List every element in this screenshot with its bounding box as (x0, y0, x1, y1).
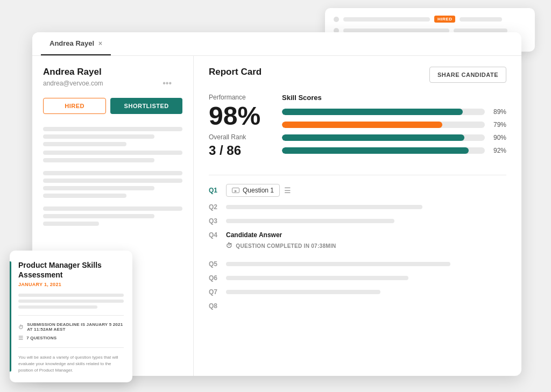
hired-button[interactable]: HIRED (43, 98, 106, 114)
q1-label: Q1 (209, 187, 220, 194)
metrics-section: Performance 98% Overall Rank 3 / 86 Skil… (209, 94, 506, 160)
question-row-q3: Q3 (209, 217, 506, 225)
skel-2 (43, 134, 154, 139)
q2-content (226, 205, 506, 209)
q8-label: Q8 (209, 302, 220, 310)
q1-pill[interactable]: Question 1 (226, 184, 280, 197)
video-pill-icon (232, 188, 239, 193)
question-row-q5: Q5 (209, 260, 506, 268)
candidate-answer-label: Candidate Answer (226, 231, 506, 239)
q4-label: Q4 (209, 231, 220, 239)
candidate-answer-time: ⏱ QUESTION COMPLETED IN 07:38MIN (226, 242, 506, 250)
question-row-q2: Q2 (209, 203, 506, 211)
q6-content (226, 276, 506, 280)
skill-scores-title: Skill Scores (282, 94, 506, 102)
teal-accent-bar (10, 261, 11, 372)
skill-pct-3: 90% (489, 134, 506, 141)
ac-divider-2 (18, 347, 124, 348)
q7-content (226, 290, 506, 294)
more-options-icon[interactable]: ••• (163, 79, 172, 88)
bg-circle-1 (334, 17, 339, 22)
skill-fill-4 (282, 147, 469, 154)
rank-value: 3 / 86 (209, 143, 260, 158)
tab-label: Andrea Rayel (50, 39, 94, 47)
list-icon: ☰ (284, 186, 291, 195)
candidate-name: Andrea Rayel (43, 67, 182, 77)
assessment-card: Product Manager Skills Assessment JANUAR… (10, 251, 132, 382)
skel-1 (43, 127, 182, 131)
ac-description: You will be asked a variety of question … (18, 354, 124, 374)
ac-skel-3 (18, 305, 97, 309)
skill-fill-3 (282, 134, 464, 141)
question-row-q1: Q1 Question 1 ☰ (209, 184, 506, 197)
skill-track-3 (282, 134, 485, 141)
skill-pct-4: 92% (489, 147, 506, 154)
skel-11 (43, 214, 154, 218)
assessment-title: Product Manager Skills Assessment (18, 260, 124, 280)
q2-skel (226, 205, 422, 209)
bg-line-1 (343, 17, 430, 22)
q3-label: Q3 (209, 217, 220, 225)
report-title: Report Card (209, 67, 262, 77)
skel-3 (43, 142, 126, 146)
q1-pill-text: Question 1 (243, 187, 274, 194)
candidate-email: andrea@vervoe.com (43, 80, 182, 87)
sidebar-skeleton-3 (43, 171, 182, 198)
q3-content (226, 219, 506, 223)
skel-7 (43, 179, 182, 183)
q6-skel (226, 276, 408, 280)
ac-clock-icon: ⏱ (18, 324, 24, 330)
skill-fill-1 (282, 109, 462, 115)
bg-line-2 (460, 17, 502, 22)
skill-scores-section: Skill Scores 89% 79% (282, 94, 506, 160)
skel-12 (43, 222, 99, 226)
ac-divider (18, 315, 124, 316)
hired-badge-small: HIRED (434, 16, 455, 23)
skel-9 (43, 194, 126, 198)
sidebar-header: Andrea Rayel andrea@vervoe.com ••• (43, 67, 182, 87)
skill-track-4 (282, 147, 485, 154)
q3-skel (226, 219, 394, 223)
rank-label: Overall Rank (209, 133, 260, 141)
skill-track-1 (282, 109, 485, 115)
skel-6 (43, 171, 182, 175)
shortlisted-button[interactable]: SHORTLISTED (110, 98, 182, 114)
ac-deadline-text: SUBMISSION DEADLINE IS JANUARY 5 2021 AT… (27, 322, 124, 332)
ac-skel-1 (18, 294, 124, 297)
tab-andrea-rayel[interactable]: Andrea Rayel × (41, 32, 111, 55)
skill-fill-2 (282, 122, 442, 128)
q2-label: Q2 (209, 203, 220, 211)
skel-10 (43, 206, 182, 211)
question-row-q8: Q8 (209, 302, 506, 310)
tab-close-icon[interactable]: × (98, 40, 102, 47)
share-candidate-button[interactable]: SHARE CANDIDATE (429, 67, 506, 83)
q5-content (226, 262, 506, 266)
performance-section: Performance 98% Overall Rank 3 / 86 (209, 94, 260, 160)
skill-bar-3: 90% (282, 134, 506, 141)
skill-bar-2: 79% (282, 121, 506, 129)
ac-questions-text: 7 QUESTIONS (26, 336, 56, 340)
q1-content: Question 1 ☰ (226, 184, 506, 197)
sidebar-skeleton-1 (43, 127, 182, 146)
skill-pct-1: 89% (489, 108, 506, 116)
clock-icon: ⏱ (226, 242, 232, 250)
assessment-date: JANUARY 1, 2021 (18, 282, 124, 287)
question-row-q4: Q4 Candidate Answer ⏱ QUESTION COMPLETED… (209, 231, 506, 254)
q4-content: Candidate Answer ⏱ QUESTION COMPLETED IN… (226, 231, 506, 250)
performance-label: Performance (209, 94, 260, 101)
ac-questions-row: ☰ 7 QUESTIONS (18, 335, 124, 341)
q5-label: Q5 (209, 260, 220, 268)
ac-list-icon: ☰ (18, 335, 23, 341)
performance-value: 98% (209, 103, 260, 129)
report-header: Report Card SHARE CANDIDATE (209, 67, 506, 83)
q7-label: Q7 (209, 288, 220, 296)
completion-time-text: QUESTION COMPLETED IN 07:38MIN (236, 243, 336, 249)
sidebar-skeleton-4 (43, 206, 182, 226)
q6-label: Q6 (209, 274, 220, 282)
skel-8 (43, 186, 154, 190)
sidebar-skeleton-2 (43, 151, 182, 162)
action-buttons: HIRED SHORTLISTED (43, 98, 182, 114)
skill-track-2 (282, 122, 485, 128)
skel-4 (43, 151, 182, 155)
skill-bar-4: 92% (282, 147, 506, 154)
